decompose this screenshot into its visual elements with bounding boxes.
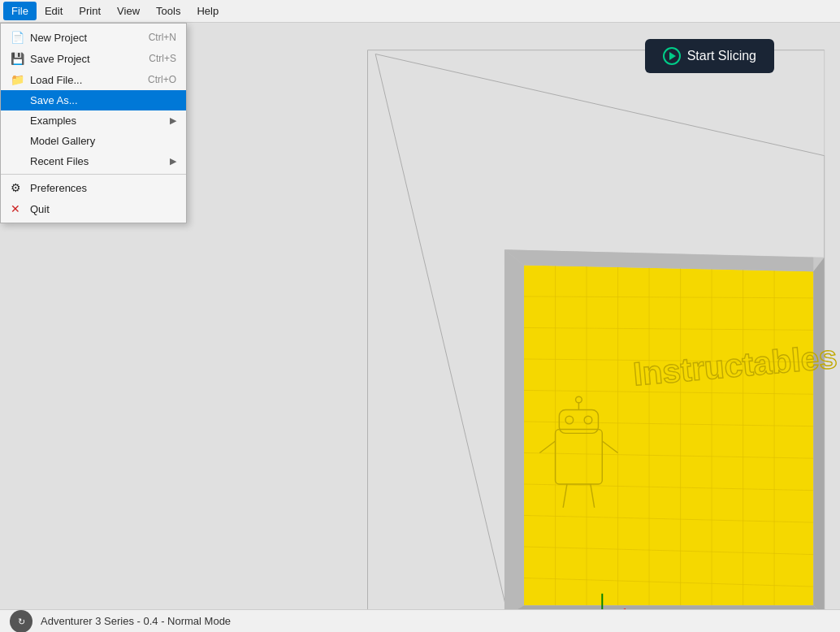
menu-item-recent-files[interactable]: Recent Files ▶ [1, 151, 186, 171]
menu-item-examples[interactable]: Examples ▶ [1, 110, 186, 131]
menu-edit[interactable]: Edit [37, 2, 71, 20]
svg-text:↻: ↻ [18, 617, 25, 626]
start-slicing-button[interactable]: Start Slicing [645, 39, 774, 73]
model-gallery-label: Model Gallery [30, 135, 176, 147]
new-project-icon: 📄 [11, 31, 27, 44]
recent-files-arrow: ▶ [170, 156, 176, 167]
examples-arrow: ▶ [170, 115, 176, 126]
play-circle-icon [663, 47, 681, 65]
load-file-label: Load File... [30, 74, 132, 86]
menu-separator [1, 174, 186, 175]
examples-label: Examples [30, 115, 170, 127]
preferences-label: Preferences [30, 182, 176, 194]
statusbar: ↻ Adventurer 3 Series - 0.4 - Normal Mod… [0, 609, 840, 632]
save-project-shortcut: Ctrl+S [149, 53, 176, 64]
menu-item-quit[interactable]: ✕ Quit [1, 198, 186, 219]
load-file-icon: 📁 [11, 73, 27, 86]
svg-marker-28 [504, 249, 524, 609]
menu-file[interactable]: File [3, 2, 37, 20]
quit-label: Quit [30, 203, 176, 215]
menu-view[interactable]: View [109, 2, 148, 20]
new-project-label: New Project [30, 32, 132, 44]
svg-marker-30 [813, 258, 824, 609]
quit-icon: ✕ [11, 202, 27, 215]
start-slicing-label: Start Slicing [687, 49, 756, 63]
menu-item-new-project[interactable]: 📄 New Project Ctrl+N [1, 27, 186, 48]
menu-item-preferences[interactable]: ⚙ Preferences [1, 177, 186, 198]
play-triangle-icon [669, 52, 676, 60]
menu-item-load-file[interactable]: 📁 Load File... Ctrl+O [1, 69, 186, 90]
svg-marker-9 [524, 265, 813, 605]
save-project-label: Save Project [30, 53, 132, 65]
menubar: File Edit Print View Tools Help [0, 0, 840, 23]
status-text: Adventurer 3 Series - 0.4 - Normal Mode [41, 615, 231, 627]
preferences-icon: ⚙ [11, 181, 27, 194]
menu-tools[interactable]: Tools [148, 2, 188, 20]
file-dropdown-menu: 📄 New Project Ctrl+N 💾 Save Project Ctrl… [0, 23, 187, 223]
save-as-label: Save As... [30, 94, 176, 106]
menu-item-save-project[interactable]: 💾 Save Project Ctrl+S [1, 48, 186, 69]
menu-help[interactable]: Help [188, 2, 227, 20]
load-file-shortcut: Ctrl+O [148, 74, 176, 85]
recent-files-label: Recent Files [30, 155, 170, 167]
menu-item-save-as[interactable]: Save As... [1, 90, 186, 110]
menu-print[interactable]: Print [71, 2, 109, 20]
save-project-icon: 💾 [11, 52, 27, 65]
menu-item-model-gallery[interactable]: Model Gallery [1, 131, 186, 151]
new-project-shortcut: Ctrl+N [149, 32, 176, 43]
printer-icon: ↻ [10, 610, 32, 633]
